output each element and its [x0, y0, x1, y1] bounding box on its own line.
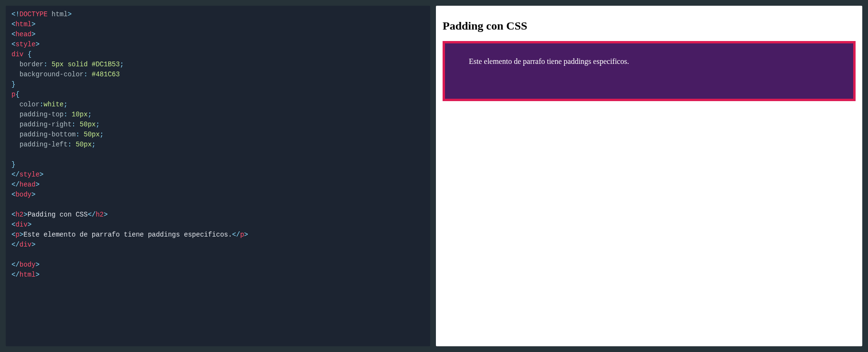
code-token: 50px	[84, 131, 100, 138]
code-token: {	[28, 51, 32, 58]
code-token: Este elemento de parrafo tiene paddings …	[23, 231, 232, 238]
code-token: DOCTYPE	[20, 10, 48, 18]
code-line[interactable]: <!DOCTYPE html>	[11, 10, 424, 20]
preview-paragraph: Este elemento de parrafo tiene paddings …	[445, 51, 853, 91]
code-token: </	[232, 231, 240, 238]
code-line[interactable]: padding-top: 10px;	[11, 110, 424, 120]
code-token: ;	[88, 111, 92, 118]
code-token: div	[20, 241, 32, 248]
code-line[interactable]: padding-bottom: 50px;	[11, 130, 424, 140]
code-token: :	[64, 111, 72, 118]
code-token	[23, 51, 27, 58]
preview-heading: Padding con CSS	[443, 17, 856, 34]
code-line[interactable]	[11, 250, 424, 260]
code-token: html	[48, 10, 68, 18]
code-token: style	[20, 171, 40, 178]
code-line[interactable]: border: 5px solid #DC1B53;	[11, 60, 424, 70]
code-token: </	[11, 271, 20, 279]
code-token: >	[32, 31, 35, 38]
code-token: background-color	[20, 71, 84, 78]
code-line[interactable]: color:white;	[11, 100, 424, 110]
code-token: head	[15, 31, 32, 38]
code-token: h2	[95, 211, 104, 218]
code-token: h2	[15, 211, 23, 218]
code-line[interactable]: </div>	[11, 240, 424, 250]
code-token: </	[11, 181, 20, 188]
code-token	[11, 131, 20, 138]
code-line[interactable]: </body>	[11, 260, 424, 270]
code-token: </	[88, 211, 96, 218]
code-line[interactable]: </style>	[11, 170, 424, 180]
code-line[interactable]: p{	[11, 90, 424, 100]
code-token: body	[20, 261, 36, 269]
code-token: :	[72, 121, 80, 128]
preview-pane: Padding con CSS Este elemento de parrafo…	[436, 6, 862, 346]
code-token	[11, 141, 20, 148]
code-line[interactable]: <style>	[11, 40, 424, 50]
code-line[interactable]: padding-right: 50px;	[11, 120, 424, 130]
code-token: >	[32, 241, 35, 248]
code-token: padding-bottom	[20, 131, 76, 138]
code-token: }	[11, 81, 15, 88]
code-token: >	[68, 10, 72, 18]
code-line[interactable]: padding-left: 50px;	[11, 140, 424, 150]
code-token: ;	[64, 101, 67, 108]
code-token: ;	[95, 121, 99, 128]
code-token: </	[11, 241, 20, 248]
code-editor[interactable]: <!DOCTYPE html><html><head><style>div { …	[6, 6, 430, 346]
code-line[interactable]: </head>	[11, 180, 424, 190]
split-view: <!DOCTYPE html><html><head><style>div { …	[6, 6, 862, 346]
code-token: >	[35, 41, 39, 48]
code-token: >	[104, 211, 107, 218]
code-line[interactable]: }	[11, 80, 424, 90]
code-token: :	[40, 101, 43, 108]
code-token	[11, 121, 20, 128]
code-token: head	[20, 181, 36, 188]
code-token: #481C63	[92, 71, 120, 78]
code-token: padding-left	[20, 141, 68, 148]
code-line[interactable]: <p>Este elemento de parrafo tiene paddin…	[11, 230, 424, 240]
code-token	[11, 61, 20, 68]
code-token: >	[40, 171, 43, 178]
code-line[interactable]	[11, 150, 424, 160]
code-token: ;	[92, 141, 95, 148]
code-token: >	[32, 21, 35, 28]
code-token: 50px	[75, 141, 92, 148]
code-line[interactable]: <body>	[11, 190, 424, 200]
code-line[interactable]: </html>	[11, 270, 424, 280]
code-token: ;	[100, 131, 104, 138]
code-token: >	[20, 231, 23, 238]
code-token: html	[20, 271, 36, 279]
code-token: p	[15, 231, 19, 238]
code-token	[11, 101, 20, 108]
code-token: </	[11, 171, 20, 178]
code-token: body	[15, 191, 32, 198]
code-token	[11, 111, 20, 118]
code-line[interactable]	[11, 200, 424, 210]
code-token: >	[28, 221, 32, 228]
code-token: <!	[11, 10, 20, 18]
code-line[interactable]: <head>	[11, 30, 424, 40]
code-token: }	[11, 161, 15, 168]
code-line[interactable]: <html>	[11, 20, 424, 30]
code-token: :	[84, 71, 92, 78]
code-token: Padding con CSS	[28, 211, 88, 218]
code-token: >	[35, 261, 39, 269]
code-token: >	[244, 231, 248, 238]
code-token: border	[20, 61, 43, 68]
code-line[interactable]: }	[11, 160, 424, 170]
code-line[interactable]: <h2>Padding con CSS</h2>	[11, 210, 424, 220]
code-token: ;	[120, 61, 124, 68]
code-token: >	[35, 271, 39, 279]
code-token	[11, 71, 20, 78]
code-token: >	[32, 191, 35, 198]
code-line[interactable]: <div>	[11, 220, 424, 230]
code-token: >	[23, 211, 27, 218]
code-line[interactable]: background-color: #481C63	[11, 70, 424, 80]
code-token: :	[68, 141, 76, 148]
code-token: :	[75, 131, 84, 138]
code-token: 10px	[72, 111, 88, 118]
code-line[interactable]: div {	[11, 50, 424, 60]
code-token: html	[15, 21, 32, 28]
code-token: div	[15, 221, 27, 228]
